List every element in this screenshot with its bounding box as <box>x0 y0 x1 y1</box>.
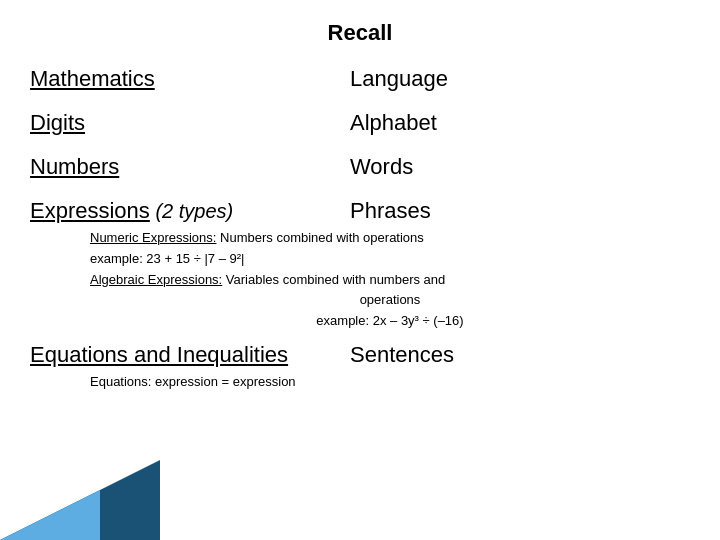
left-mathematics: Mathematics <box>30 66 350 92</box>
expressions-underlined: Expressions <box>30 198 150 223</box>
numeric-desc: Numbers combined with operations <box>216 230 423 245</box>
numbers-label: Numbers <box>30 154 119 179</box>
equations-sub: Equations: expression = expression <box>90 374 296 389</box>
algebraic-desc: Variables combined with numbers and <box>222 272 445 287</box>
right-sentences: Sentences <box>350 342 690 368</box>
left-digits: Digits <box>30 110 350 136</box>
expressions-parens: (2 types) <box>150 200 233 222</box>
algebraic-desc2-line: operations <box>90 290 690 311</box>
row-expressions: Expressions (2 types) Phrases <box>30 198 690 224</box>
row-numbers: Numbers Words <box>30 154 690 180</box>
page-title: Recall <box>30 20 690 46</box>
equations-sub-line: Equations: expression = expression <box>90 372 690 393</box>
expressions-subcontent: Numeric Expressions: Numbers combined wi… <box>90 228 690 332</box>
bottom-decoration <box>0 460 160 540</box>
page-container: Recall Mathematics Language Digits Alpha… <box>0 0 720 540</box>
row-equations: Equations and Inequalities Sentences <box>30 342 690 368</box>
algebraic-label: Algebraic Expressions: <box>90 272 222 287</box>
row-digits: Digits Alphabet <box>30 110 690 136</box>
equations-subcontent: Equations: expression = expression <box>90 372 690 393</box>
numeric-expressions-line: Numeric Expressions: Numbers combined wi… <box>90 228 690 249</box>
left-numbers: Numbers <box>30 154 350 180</box>
digits-label: Digits <box>30 110 85 135</box>
algebraic-example: example: 2x – 3y³ ÷ (–16) <box>316 313 463 328</box>
algebraic-desc2: operations <box>360 292 421 307</box>
right-language: Language <box>350 66 690 92</box>
left-expressions: Expressions (2 types) <box>30 198 350 224</box>
left-equations: Equations and Inequalities <box>30 342 350 368</box>
algebraic-example-line: example: 2x – 3y³ ÷ (–16) <box>90 311 690 332</box>
numeric-example: example: 23 + 15 ÷ |7 – 9²| <box>90 251 244 266</box>
right-phrases: Phrases <box>350 198 690 224</box>
algebraic-expressions-line: Algebraic Expressions: Variables combine… <box>90 270 690 291</box>
numeric-example-line: example: 23 + 15 ÷ |7 – 9²| <box>90 249 690 270</box>
row-mathematics: Mathematics Language <box>30 66 690 92</box>
numeric-label: Numeric Expressions: <box>90 230 216 245</box>
triangle-light <box>0 490 100 540</box>
mathematics-label: Mathematics <box>30 66 155 91</box>
right-words: Words <box>350 154 690 180</box>
right-alphabet: Alphabet <box>350 110 690 136</box>
equations-label: Equations and Inequalities <box>30 342 288 367</box>
